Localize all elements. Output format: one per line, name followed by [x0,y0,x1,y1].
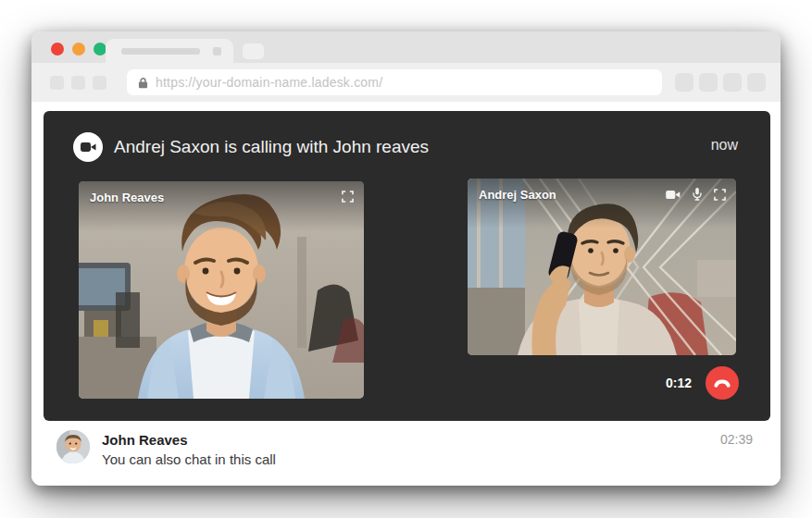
reload-button[interactable] [93,76,106,90]
url-text: https://your-domain-name.ladesk.com/ [156,75,382,90]
video-controls-left [342,191,354,203]
tab-close-icon[interactable] [213,47,221,56]
video-label-john-reaves: John Reaves [90,191,164,204]
avatar-image [56,430,90,463]
tab-title-placeholder [121,48,200,55]
video-overlay [468,179,736,228]
video-feed-andrej-saxon: Andrej Saxon [468,179,736,355]
toolbar-buttons [675,73,766,92]
lock-icon [138,77,148,89]
back-button[interactable] [50,76,64,90]
chat-author: John Reaves [102,430,720,450]
toolbar-button-1[interactable] [675,73,693,92]
chat-timestamp: 02:39 [720,430,753,469]
window-controls [51,43,106,56]
tab-strip [31,31,781,63]
video-feed-john-reaves: John Reaves [79,181,364,399]
hangup-button[interactable] [706,366,739,400]
video-label-andrej-saxon: Andrej Saxon [479,188,556,202]
browser-window: https://your-domain-name.ladesk.com/ And… [31,31,781,486]
chat-message-row[interactable]: John Reaves You can also chat in this ca… [56,430,753,469]
close-window-button[interactable] [51,43,64,56]
new-tab-button[interactable] [243,43,264,59]
address-bar[interactable]: https://your-domain-name.ladesk.com/ [127,69,662,95]
nav-buttons [50,76,106,90]
video-call-panel: Andrej Saxon is calling with John reaves… [44,111,770,421]
toolbar-button-4[interactable] [747,73,766,92]
page: https://your-domain-name.ladesk.com/ And… [0,0,812,518]
forward-button[interactable] [71,76,85,90]
expand-icon[interactable] [342,191,354,203]
browser-toolbar: https://your-domain-name.ladesk.com/ [31,63,781,102]
call-title: Andrej Saxon is calling with John reaves [114,132,429,162]
toolbar-button-3[interactable] [723,73,742,92]
maximize-window-button[interactable] [94,43,106,56]
expand-icon[interactable] [714,189,726,201]
video-controls-right [666,188,726,201]
mic-icon[interactable] [693,188,702,201]
chat-texts: John Reaves You can also chat in this ca… [102,430,720,469]
video-camera-icon [81,142,96,153]
page-content: Andrej Saxon is calling with John reaves… [31,102,781,486]
avatar [56,430,90,463]
call-footer: 0:12 [666,366,739,400]
browser-tab[interactable] [106,39,233,63]
call-time-badge: now [711,137,738,154]
call-timer: 0:12 [666,376,692,390]
call-type-badge [73,132,103,162]
toolbar-button-2[interactable] [699,73,718,92]
hangup-phone-icon [712,377,732,388]
minimize-window-button[interactable] [72,43,85,56]
camera-icon[interactable] [666,190,681,200]
chat-message: You can also chat in this call [102,450,720,469]
video-overlay [79,181,364,231]
